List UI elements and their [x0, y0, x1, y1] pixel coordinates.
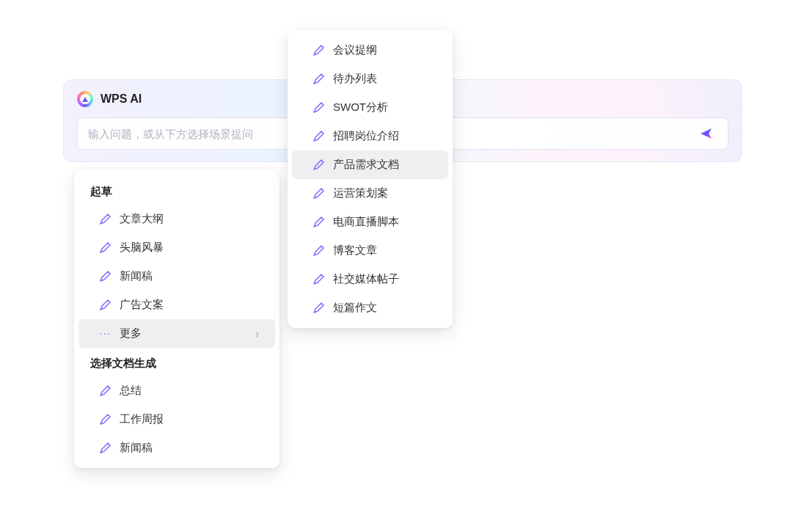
menu-item-meeting-outline[interactable]: 会议提纲 — [292, 36, 448, 65]
more-dots-icon: ··· — [99, 327, 111, 340]
pen-icon — [99, 214, 111, 225]
menu-item-label: 社交媒体帖子 — [333, 272, 399, 286]
pen-icon — [313, 159, 324, 171]
pen-icon — [99, 242, 111, 254]
menu-item-blog[interactable]: 博客文章 — [292, 236, 448, 265]
menu-item-ops-plan[interactable]: 运营策划案 — [292, 179, 448, 208]
menu-item-short-essay[interactable]: 短篇作文 — [292, 294, 448, 322]
menu-item-label: 新闻稿 — [120, 269, 153, 283]
menu-item-label: 待办列表 — [333, 72, 377, 86]
pen-icon — [99, 271, 111, 283]
dropdown-submenu: 会议提纲 待办列表 SWOT分析 招聘岗位介绍 产品需求文档 运营策划案 电商直… — [288, 30, 453, 328]
menu-item-label: 工作周报 — [120, 412, 164, 426]
menu-item-ad-copy[interactable]: 广告文案 — [78, 291, 275, 319]
menu-item-label: 招聘岗位介绍 — [333, 129, 399, 143]
pen-icon — [313, 245, 324, 257]
menu-item-summary[interactable]: 总结 — [78, 376, 275, 405]
pen-icon — [313, 131, 324, 142]
menu-item-press-release-2[interactable]: 新闻稿 — [78, 434, 275, 462]
section-title-generate: 选择文档生成 — [74, 348, 280, 376]
pen-icon — [99, 385, 111, 397]
menu-item-label: 运营策划案 — [333, 186, 388, 200]
send-button[interactable] — [695, 123, 718, 145]
pen-icon — [313, 302, 324, 314]
section-title-draft: 起草 — [74, 176, 280, 205]
pen-icon — [313, 274, 324, 285]
chevron-right-icon: › — [255, 328, 259, 340]
menu-item-label: 总结 — [120, 384, 142, 398]
menu-item-label: 新闻稿 — [120, 441, 153, 455]
menu-item-label: 博客文章 — [333, 244, 377, 258]
menu-item-label: 文章大纲 — [120, 212, 164, 226]
menu-item-brainstorm[interactable]: 头脑风暴 — [78, 233, 275, 262]
menu-item-label: 产品需求文档 — [333, 158, 399, 172]
menu-item-livestream-script[interactable]: 电商直播脚本 — [292, 208, 448, 236]
pen-icon — [99, 299, 111, 311]
app-title: WPS AI — [101, 92, 142, 106]
menu-item-article-outline[interactable]: 文章大纲 — [78, 205, 275, 233]
pen-icon — [99, 442, 111, 454]
menu-item-more[interactable]: ··· 更多 › — [78, 319, 275, 348]
menu-item-label: 头脑风暴 — [120, 241, 164, 255]
menu-item-label: 会议提纲 — [333, 43, 377, 57]
menu-item-social-post[interactable]: 社交媒体帖子 — [292, 265, 448, 294]
pen-icon — [99, 414, 111, 426]
menu-item-todo-list[interactable]: 待办列表 — [292, 65, 448, 93]
dropdown-primary: 起草 文章大纲 头脑风暴 新闻稿 广告文案 ··· 更多 › 选择文档生成 总结 — [74, 170, 280, 468]
menu-item-label: 更多 — [120, 327, 142, 340]
menu-item-label: SWOT分析 — [333, 101, 388, 114]
menu-item-swot[interactable]: SWOT分析 — [292, 93, 448, 122]
pen-icon — [313, 45, 324, 57]
pen-icon — [313, 102, 324, 114]
menu-item-label: 广告文案 — [120, 298, 164, 312]
wps-ai-logo-icon — [77, 91, 93, 107]
pen-icon — [313, 216, 324, 228]
menu-item-job-desc[interactable]: 招聘岗位介绍 — [292, 122, 448, 150]
menu-item-label: 短篇作文 — [333, 301, 377, 315]
menu-item-press-release[interactable]: 新闻稿 — [78, 262, 275, 291]
menu-item-label: 电商直播脚本 — [333, 215, 399, 229]
send-icon — [699, 126, 714, 141]
pen-icon — [313, 73, 324, 85]
menu-item-weekly-report[interactable]: 工作周报 — [78, 405, 275, 434]
pen-icon — [313, 188, 324, 200]
menu-item-prd[interactable]: 产品需求文档 — [292, 150, 448, 179]
